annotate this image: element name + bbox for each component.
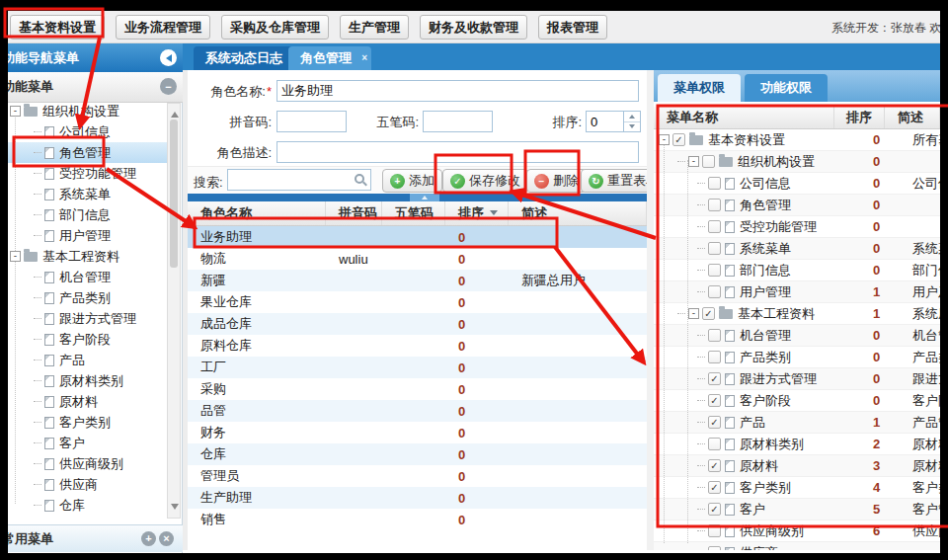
stepper-down-icon[interactable]: [624, 121, 640, 131]
permission-tree-row[interactable]: 系统菜单0系统菜: [654, 238, 940, 260]
table-row[interactable]: 管理员0: [188, 465, 647, 487]
sidebar-tree-item[interactable]: 原材料类别: [8, 370, 167, 391]
column-header[interactable]: 排序: [445, 201, 509, 225]
collapse-expander-icon[interactable]: -: [688, 308, 699, 319]
checkbox-unchecked[interactable]: [702, 155, 715, 168]
sidebar-scrollbar[interactable]: [167, 103, 181, 519]
checkbox-unchecked[interactable]: [708, 220, 721, 233]
table-row[interactable]: 业务助理0: [188, 226, 647, 248]
collapse-section-icon[interactable]: −: [160, 78, 177, 95]
checkbox-unchecked[interactable]: [708, 285, 721, 298]
add-favorite-icon[interactable]: +: [141, 531, 156, 546]
top-menu-item[interactable]: 基本资料设置: [10, 15, 105, 40]
sidebar-tree-item[interactable]: 受控功能管理: [8, 163, 167, 184]
sidebar-tree-item[interactable]: 客户阶段: [8, 329, 167, 350]
sidebar-tree-item[interactable]: 部门信息: [8, 204, 167, 225]
tab-menu-permissions[interactable]: 菜单权限: [658, 74, 741, 102]
checkbox-checked[interactable]: ✓: [672, 133, 685, 146]
horizontal-splitter[interactable]: [188, 194, 647, 201]
table-row[interactable]: 新疆0新疆总用户: [188, 270, 647, 291]
scroll-up-icon[interactable]: [171, 108, 179, 118]
permission-tree-row[interactable]: 供应商级别6供应商: [654, 520, 940, 542]
sidebar-bottom-panel[interactable]: 常用菜单 + ×: [8, 524, 183, 552]
scrollbar-thumb[interactable]: [170, 120, 178, 268]
sidebar-tree-item[interactable]: 产品类别: [8, 287, 167, 308]
permission-tree-row[interactable]: 机台管理0机台管: [654, 325, 940, 347]
sidebar-tree-item[interactable]: 原材料: [8, 391, 167, 412]
checkbox-unchecked[interactable]: [708, 438, 721, 450]
permission-tree-row[interactable]: -组织机构设置0: [654, 151, 940, 173]
tab-role-management[interactable]: 角色管理 ×: [288, 46, 371, 70]
collapse-expander-icon[interactable]: -: [688, 156, 699, 167]
table-row[interactable]: 原料仓库0: [188, 335, 647, 357]
sidebar-tree-item[interactable]: 角色管理: [8, 142, 167, 163]
column-header[interactable]: 简述: [885, 107, 940, 128]
checkbox-unchecked[interactable]: [708, 351, 721, 363]
permission-tree-row[interactable]: 供应商: [654, 542, 940, 550]
table-row[interactable]: 品管0: [188, 400, 647, 422]
tab-function-permissions[interactable]: 功能权限: [745, 74, 828, 102]
top-menu-item[interactable]: 生产管理: [340, 15, 409, 40]
save-button[interactable]: ✓保存修改: [442, 169, 528, 193]
search-input[interactable]: [227, 169, 371, 191]
permission-tree-row[interactable]: ✓产品1产品管: [654, 412, 940, 434]
checkbox-unchecked[interactable]: [708, 242, 721, 255]
permission-tree-row[interactable]: -✓基本资料设置0所有基: [654, 129, 940, 151]
checkbox-checked[interactable]: ✓: [708, 394, 721, 407]
column-header[interactable]: 排序: [834, 107, 885, 128]
pinyin-field[interactable]: [276, 111, 347, 132]
checkbox-unchecked[interactable]: [708, 546, 721, 550]
column-header[interactable]: 拼音码: [326, 201, 382, 225]
checkbox-unchecked[interactable]: [708, 264, 721, 277]
collapse-expander-icon[interactable]: -: [10, 106, 21, 117]
checkbox-checked[interactable]: ✓: [702, 307, 715, 320]
table-row[interactable]: 销售0: [188, 509, 647, 530]
table-row[interactable]: 仓库0: [188, 443, 647, 465]
role-desc-field[interactable]: [276, 141, 639, 163]
permission-tree-row[interactable]: 受控功能管理0: [654, 216, 940, 238]
sidebar-tree-item[interactable]: 用户管理: [8, 225, 167, 246]
checkbox-unchecked[interactable]: [708, 329, 721, 342]
checkbox-checked[interactable]: ✓: [708, 481, 721, 494]
column-header[interactable]: 五笔码: [382, 201, 445, 225]
checkbox-checked[interactable]: ✓: [708, 503, 721, 516]
checkbox-unchecked[interactable]: [708, 177, 721, 190]
permission-tree-row[interactable]: 部门信息0部门信: [654, 260, 940, 281]
sidebar-tree-item[interactable]: 公司信息: [8, 121, 167, 142]
vertical-splitter[interactable]: [647, 70, 654, 550]
splitter-handle[interactable]: [410, 194, 439, 201]
checkbox-checked[interactable]: ✓: [708, 372, 721, 385]
top-menu-item[interactable]: 采购及仓库管理: [221, 15, 329, 40]
top-menu-item[interactable]: 报表管理: [538, 15, 607, 40]
table-row[interactable]: 采购0: [188, 378, 647, 400]
checkbox-checked[interactable]: ✓: [708, 459, 721, 472]
sidebar-tree-item[interactable]: 供应商级别: [8, 453, 167, 474]
column-header[interactable]: 菜单名称: [654, 107, 834, 128]
collapse-expander-icon[interactable]: -: [659, 134, 670, 145]
tab-system-log[interactable]: 系统动态日志: [194, 46, 294, 70]
sidebar-tree-item[interactable]: 供应商: [8, 474, 167, 495]
checkbox-checked[interactable]: ✓: [708, 416, 721, 429]
permission-tree-row[interactable]: ✓客户5客户管: [654, 499, 940, 520]
top-menu-item[interactable]: 财务及收款管理: [420, 15, 527, 40]
table-row[interactable]: 果业仓库0: [188, 291, 647, 313]
sidebar-section-header[interactable]: 功能菜单 −: [8, 72, 183, 103]
close-panel-icon[interactable]: ×: [159, 531, 174, 546]
permission-tree-row[interactable]: ✓原材料3原材料: [654, 455, 940, 477]
permission-tree-row[interactable]: 公司信息0公司信: [654, 173, 940, 195]
permission-tree-row[interactable]: ✓跟进方式管理0跟进方: [654, 368, 940, 390]
permission-tree-row[interactable]: 用户管理1用户及: [654, 281, 940, 303]
checkbox-unchecked[interactable]: [708, 524, 721, 537]
permission-tree-row[interactable]: ✓客户类别4客户类: [654, 477, 940, 499]
delete-button[interactable]: −删除: [526, 169, 587, 193]
table-row[interactable]: 工厂0: [188, 357, 647, 378]
sidebar-tree-item[interactable]: -基本工程资料: [8, 246, 167, 267]
table-row[interactable]: 生产助理0: [188, 487, 647, 509]
permission-tree-row[interactable]: 产品类别0产品类: [654, 347, 940, 368]
close-tab-icon[interactable]: ×: [361, 46, 367, 70]
sidebar-tree-item[interactable]: 跟进方式管理: [8, 308, 167, 329]
collapse-expander-icon[interactable]: -: [10, 251, 21, 262]
permission-tree-row[interactable]: 角色管理0: [654, 195, 940, 216]
sidebar-collapse-button[interactable]: [160, 49, 177, 66]
column-header[interactable]: 角色名称: [188, 201, 326, 225]
